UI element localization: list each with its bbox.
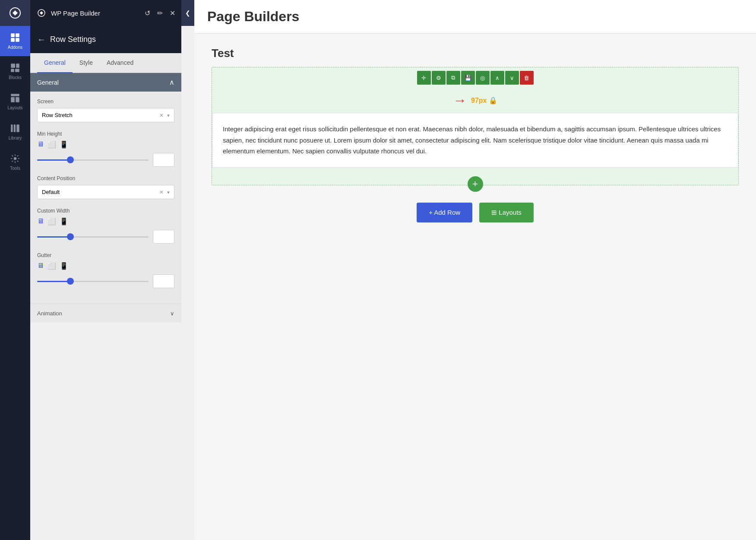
- select-clear-icon[interactable]: ✕: [159, 112, 164, 118]
- custom-width-field-group: Custom Width 🖥 ⬜ 📱: [37, 208, 174, 244]
- svg-rect-6: [16, 64, 19, 68]
- svg-rect-8: [15, 69, 19, 72]
- row-height-indicator: → 97px 🔒: [212, 88, 738, 113]
- custom-width-input[interactable]: [153, 230, 174, 244]
- row-move-button[interactable]: ✛: [417, 71, 431, 85]
- row-container: ✛ ⚙ ⧉ 💾 ◎ ∧ ∨ 🗑 → 97px 🔒 Integer adipisc…: [212, 67, 739, 185]
- screen-select[interactable]: Row Stretch Full Width Boxed: [38, 108, 174, 122]
- custom-width-slider[interactable]: [37, 232, 149, 241]
- top-bar-icons: ↺ ✏ ✕: [139, 0, 181, 26]
- svg-rect-14: [16, 124, 19, 132]
- tab-general[interactable]: General: [37, 53, 73, 73]
- row-down-button[interactable]: ∨: [505, 71, 519, 85]
- top-bar: WP Page Builder ↺ ✏ ✕ ❮: [30, 0, 194, 26]
- app-title: WP Page Builder: [30, 0, 139, 26]
- content-position-field-group: Content Position Default Top Middle Bott…: [37, 175, 174, 199]
- collapse-button[interactable]: ❮: [181, 0, 194, 26]
- custom-width-mobile-icon[interactable]: 📱: [60, 217, 68, 226]
- row-toolbar: ✛ ⚙ ⧉ 💾 ◎ ∧ ∨ 🗑: [212, 67, 738, 88]
- canvas-footer: + Add Row ⊞ Layouts: [212, 194, 739, 231]
- page-header: Page Builders: [194, 0, 756, 34]
- content-position-select[interactable]: Default Top Middle Bottom: [38, 185, 174, 199]
- svg-rect-3: [11, 38, 15, 42]
- height-badge: 97px 🔒: [471, 96, 497, 105]
- canvas-area: Test ✛ ⚙ ⧉ 💾 ◎ ∧ ∨ 🗑 → 97px 🔒: [194, 34, 756, 540]
- screen-select-wrapper: Row Stretch Full Width Boxed ✕ ▼: [37, 108, 174, 122]
- screen-field-group: Screen Row Stretch Full Width Boxed ✕ ▼: [37, 98, 174, 122]
- gutter-slider-row: [37, 274, 174, 288]
- min-height-field-group: Min Height 🖥 ⬜ 📱: [37, 131, 174, 167]
- edit-icon[interactable]: ✏: [155, 7, 164, 19]
- custom-width-device-icons: 🖥 ⬜ 📱: [37, 217, 174, 226]
- animation-chevron-icon: ∨: [170, 310, 174, 317]
- tab-style[interactable]: Style: [73, 53, 100, 73]
- screen-label: Screen: [37, 98, 174, 105]
- panel-title: Row Settings: [50, 35, 96, 44]
- row-save-button[interactable]: 💾: [461, 71, 475, 85]
- sidebar-item-tools[interactable]: Tools: [0, 147, 30, 177]
- gutter-desktop-icon[interactable]: 🖥: [37, 262, 44, 270]
- min-height-input[interactable]: [153, 153, 174, 167]
- custom-width-slider-row: [37, 230, 174, 244]
- custom-width-desktop-icon[interactable]: 🖥: [37, 217, 44, 226]
- layouts-button[interactable]: ⊞ Layouts: [479, 203, 534, 222]
- row-copy-button[interactable]: ⧉: [446, 71, 460, 85]
- content-position-label: Content Position: [37, 175, 174, 181]
- general-section-header[interactable]: General ∧: [30, 73, 181, 92]
- refresh-icon[interactable]: ↺: [143, 7, 152, 19]
- row-settings-button[interactable]: ⚙: [432, 71, 446, 85]
- content-position-clear-icon[interactable]: ✕: [159, 189, 164, 195]
- sidebar-item-blocks[interactable]: Blocks: [0, 56, 30, 86]
- settings-panel: ← Row Settings General Style Advanced Ge…: [30, 26, 181, 323]
- gutter-field-group: Gutter 🖥 ⬜ 📱: [37, 252, 174, 288]
- body-text: Integer adipiscing erat eget risus solli…: [223, 124, 728, 157]
- row-visibility-button[interactable]: ◎: [476, 71, 490, 85]
- add-column-button[interactable]: +: [468, 176, 483, 192]
- svg-rect-11: [16, 97, 19, 102]
- min-height-slider-row: [37, 153, 174, 167]
- svg-rect-12: [11, 124, 13, 132]
- general-section-content: Screen Row Stretch Full Width Boxed ✕ ▼ …: [30, 92, 181, 304]
- custom-width-tablet-icon[interactable]: ⬜: [47, 217, 56, 226]
- svg-rect-10: [11, 97, 15, 102]
- back-button[interactable]: ←: [37, 35, 46, 44]
- animation-section: Animation ∨: [30, 304, 181, 323]
- gutter-tablet-icon[interactable]: ⬜: [47, 262, 56, 270]
- min-height-label: Min Height: [37, 131, 174, 137]
- sidebar-item-layouts[interactable]: Layouts: [0, 86, 30, 117]
- gutter-input[interactable]: [153, 274, 174, 288]
- arrow-right-icon: →: [453, 92, 467, 108]
- page-title: Page Builders: [207, 9, 743, 25]
- gutter-mobile-icon[interactable]: 📱: [60, 262, 68, 270]
- svg-rect-2: [16, 33, 19, 37]
- svg-rect-13: [14, 124, 16, 132]
- gutter-device-icons: 🖥 ⬜ 📱: [37, 262, 174, 270]
- mobile-icon[interactable]: 📱: [60, 140, 68, 149]
- main-content: Page Builders Test ✛ ⚙ ⧉ 💾 ◎ ∧ ∨ 🗑 → 97p…: [194, 0, 756, 540]
- gutter-slider[interactable]: [37, 277, 149, 286]
- gutter-label: Gutter: [37, 252, 174, 258]
- sidebar-item-addons[interactable]: Addons: [0, 26, 30, 56]
- add-row-button[interactable]: + Add Row: [417, 203, 472, 222]
- svg-rect-4: [16, 38, 19, 42]
- chevron-up-icon: ∧: [169, 78, 174, 86]
- lock-icon: 🔒: [489, 97, 497, 104]
- min-height-slider[interactable]: [37, 156, 149, 164]
- icon-sidebar: Addons Blocks Layouts Library To: [0, 0, 30, 540]
- tablet-icon[interactable]: ⬜: [47, 140, 56, 149]
- row-delete-button[interactable]: 🗑: [520, 71, 534, 85]
- tab-advanced[interactable]: Advanced: [100, 53, 140, 73]
- section-title: Test: [212, 47, 739, 60]
- svg-rect-9: [11, 94, 19, 96]
- panel-header: ← Row Settings: [30, 26, 181, 53]
- close-icon[interactable]: ✕: [168, 7, 177, 19]
- svg-rect-1: [11, 33, 15, 37]
- text-block: Integer adipiscing erat eget risus solli…: [212, 113, 738, 168]
- general-section-title: General: [37, 79, 59, 86]
- svg-rect-7: [11, 69, 14, 72]
- row-up-button[interactable]: ∧: [490, 71, 504, 85]
- row-bottom: +: [212, 168, 738, 185]
- sidebar-item-library[interactable]: Library: [0, 117, 30, 147]
- animation-section-header[interactable]: Animation ∨: [30, 304, 181, 323]
- desktop-icon[interactable]: 🖥: [37, 140, 44, 149]
